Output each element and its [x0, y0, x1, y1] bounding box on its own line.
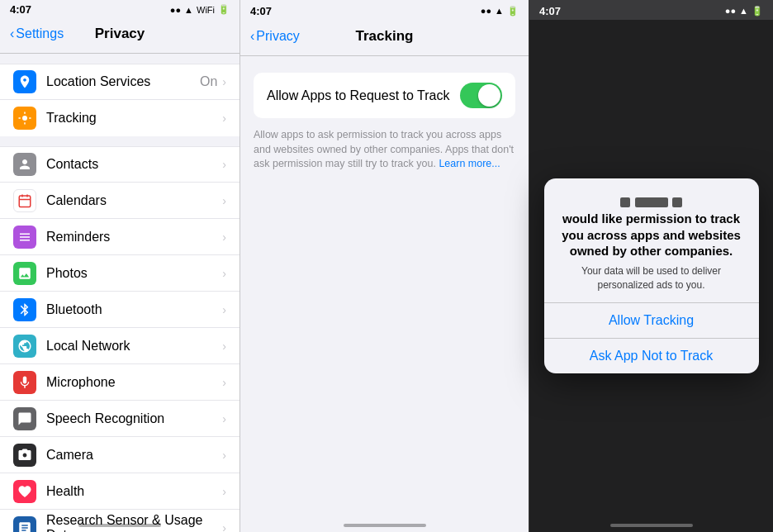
svg-rect-1	[19, 196, 31, 207]
back-button-mid[interactable]: ‹ Privacy	[250, 29, 300, 44]
chevron-icon: ›	[222, 75, 226, 88]
local-network-icon	[13, 335, 36, 358]
alert-app-name	[557, 195, 746, 207]
time-mid: 4:07	[250, 5, 272, 17]
list-item-location-services[interactable]: Location Services On ›	[0, 64, 239, 100]
list-item-contacts[interactable]: Contacts ›	[0, 146, 239, 183]
research-sensor-icon	[13, 516, 36, 533]
learn-more-link[interactable]: Learn more...	[439, 158, 500, 169]
overlay-background: would like permission to track you acros…	[529, 20, 773, 532]
chevron-icon: ›	[222, 449, 226, 462]
alert-body: would like permission to track you acros…	[544, 178, 759, 302]
bluetooth-icon	[13, 298, 36, 321]
alert-title: would like permission to track you acros…	[557, 211, 746, 259]
mid-panel: 4:07 ●● ▲ 🔋 ‹ Privacy Tracking Allow App…	[240, 0, 529, 532]
nav-bar-left: ‹ Settings Privacy	[0, 17, 239, 54]
list-item-camera[interactable]: Camera ›	[0, 437, 239, 473]
status-icons-left: ●● ▲ WiFi 🔋	[170, 4, 230, 15]
chevron-icon: ›	[222, 303, 226, 316]
back-button-left[interactable]: ‹ Settings	[10, 26, 64, 41]
tracking-alert: would like permission to track you acros…	[544, 178, 759, 373]
chevron-icon: ›	[222, 158, 226, 171]
list-item-reminders[interactable]: Reminders ›	[0, 219, 239, 255]
allow-tracking-label: Allow Apps to Request to Track	[267, 88, 460, 103]
time-left: 4:07	[10, 3, 31, 16]
ask-not-to-track-button[interactable]: Ask App Not to Track	[544, 339, 759, 373]
reminders-label: Reminders	[46, 230, 222, 245]
speech-recognition-icon	[13, 407, 36, 430]
list-item-research-sensor[interactable]: Research Sensor & Usage Data ›	[0, 510, 239, 532]
page-title-left: Privacy	[95, 26, 145, 42]
chevron-left-icon: ‹	[10, 26, 14, 41]
time-right: 4:07	[539, 5, 561, 17]
calendars-icon	[13, 189, 36, 212]
camera-label: Camera	[46, 448, 222, 463]
photos-icon	[13, 262, 36, 285]
camera-icon	[13, 444, 36, 467]
chevron-icon: ›	[222, 376, 226, 389]
microphone-icon	[13, 371, 36, 394]
location-services-value: On	[200, 74, 217, 89]
allow-tracking-toggle[interactable]	[460, 83, 502, 108]
redacted-block-2	[635, 197, 668, 207]
tracking-description: Allow apps to ask permission to track yo…	[254, 128, 515, 172]
left-panel: 4:07 ●● ▲ WiFi 🔋 ‹ Settings Privacy Loca…	[0, 0, 240, 532]
chevron-icon: ›	[222, 340, 226, 353]
reminders-icon	[13, 226, 36, 249]
page-title-mid: Tracking	[356, 28, 414, 45]
health-icon	[13, 480, 36, 503]
chevron-left-icon: ‹	[250, 29, 254, 44]
list-item-microphone[interactable]: Microphone ›	[0, 364, 239, 401]
home-indicator-mid	[344, 524, 426, 527]
chevron-icon: ›	[222, 112, 226, 125]
list-item-health[interactable]: Health ›	[0, 473, 239, 510]
alert-subtitle: Your data will be used to deliver person…	[557, 264, 746, 292]
status-bar-right: 4:07 ●● ▲ 🔋	[529, 0, 773, 20]
local-network-label: Local Network	[46, 339, 222, 354]
chevron-icon: ›	[222, 521, 226, 533]
status-icons-mid: ●● ▲ 🔋	[481, 6, 519, 17]
privacy-section-2: Contacts › Calendars › Reminders › Photo…	[0, 146, 239, 532]
chevron-icon: ›	[222, 230, 226, 244]
allow-tracking-row: Allow Apps to Request to Track	[254, 73, 515, 118]
mid-content: Allow Apps to Request to Track Allow app…	[240, 56, 529, 185]
contacts-icon	[13, 153, 36, 176]
redacted-block-1	[620, 197, 630, 207]
nav-bar-mid: ‹ Privacy Tracking	[240, 20, 529, 56]
list-item-calendars[interactable]: Calendars ›	[0, 183, 239, 219]
research-sensor-label: Research Sensor & Usage Data	[46, 513, 222, 533]
tracking-label: Tracking	[46, 111, 222, 126]
list-item-photos[interactable]: Photos ›	[0, 255, 239, 292]
location-icon	[13, 70, 36, 93]
microphone-label: Microphone	[46, 375, 222, 390]
speech-recognition-label: Speech Recognition	[46, 411, 222, 426]
right-panel: 4:07 ●● ▲ 🔋 would like permission to tra…	[529, 0, 773, 532]
tracking-icon	[13, 107, 36, 130]
contacts-label: Contacts	[46, 157, 222, 172]
photos-label: Photos	[46, 266, 222, 281]
health-label: Health	[46, 484, 222, 499]
privacy-section-1: Location Services On › Tracking ›	[0, 64, 239, 136]
list-item-speech-recognition[interactable]: Speech Recognition ›	[0, 401, 239, 437]
redacted-block-3	[672, 197, 682, 207]
svg-point-0	[22, 116, 27, 121]
bluetooth-label: Bluetooth	[46, 302, 222, 317]
chevron-icon: ›	[222, 412, 226, 425]
location-services-label: Location Services	[46, 74, 200, 89]
list-item-bluetooth[interactable]: Bluetooth ›	[0, 292, 239, 328]
status-icons-right: ●● ▲ 🔋	[725, 6, 763, 17]
status-bar-mid: 4:07 ●● ▲ 🔋	[240, 0, 529, 20]
chevron-icon: ›	[222, 485, 226, 498]
list-item-tracking[interactable]: Tracking ›	[0, 100, 239, 136]
status-bar-left: 4:07 ●● ▲ WiFi 🔋	[0, 0, 239, 17]
list-item-local-network[interactable]: Local Network ›	[0, 328, 239, 364]
chevron-icon: ›	[222, 267, 226, 280]
chevron-icon: ›	[222, 194, 226, 207]
home-indicator-right	[610, 524, 693, 527]
home-indicator-left	[78, 524, 161, 527]
allow-tracking-button[interactable]: Allow Tracking	[544, 303, 759, 339]
calendars-label: Calendars	[46, 193, 222, 208]
